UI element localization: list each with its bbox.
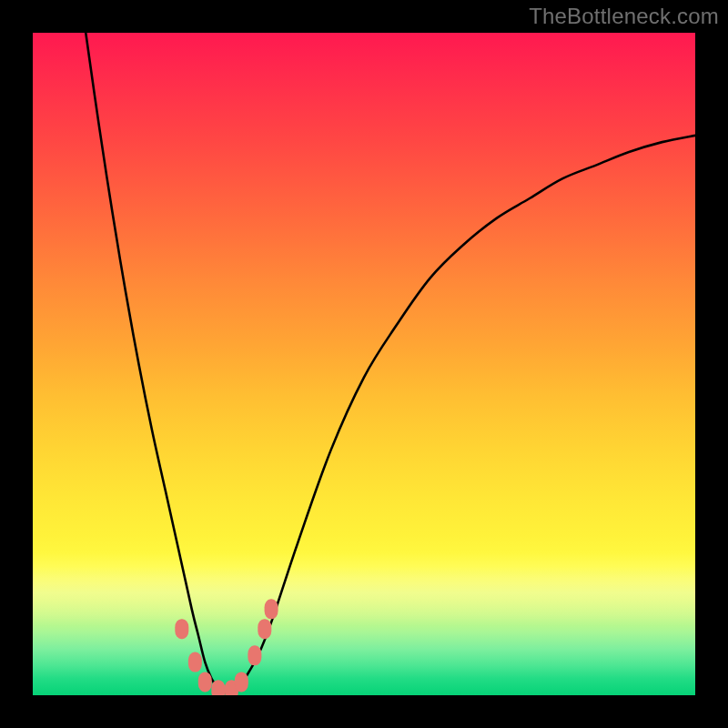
data-dot (175, 619, 188, 639)
data-dot (211, 680, 225, 695)
data-dot (188, 652, 202, 672)
curve-layer (33, 33, 695, 695)
data-dot (235, 672, 248, 692)
data-dot (248, 645, 261, 665)
data-dot (265, 599, 278, 619)
data-dot (258, 619, 271, 639)
watermark-text: TheBottleneck.com (529, 4, 719, 29)
bottleneck-curve (86, 33, 695, 693)
chart-frame: TheBottleneck.com (0, 0, 728, 728)
plot-area (33, 33, 695, 695)
data-dot (198, 672, 212, 692)
